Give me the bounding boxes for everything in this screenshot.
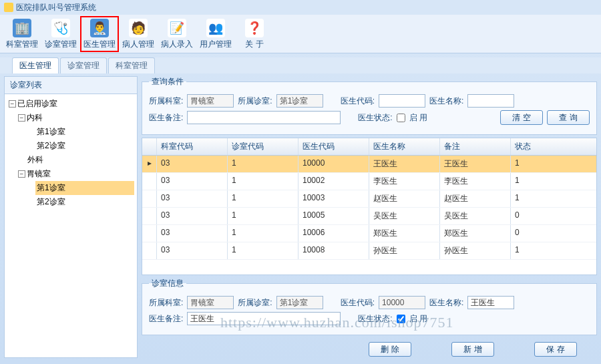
grid-col-header[interactable]: 医生名称	[369, 138, 440, 155]
info-dept-label: 所属科室:	[149, 297, 183, 309]
grid-cell: 赵医生	[369, 190, 440, 207]
tree-leaf[interactable]: 第2诊室	[35, 195, 134, 209]
grid-cell: 1	[228, 225, 298, 242]
tree-leaf[interactable]: 第1诊室	[35, 125, 134, 139]
toolbar-label: 病人录入	[161, 39, 193, 50]
grid-cell: 03	[157, 190, 228, 207]
grid-cell	[142, 242, 157, 259]
grid-cell: 03	[157, 156, 228, 172]
info-panel: 诊室信息 所属科室: 所属诊室: 医生代码: 医生名称: 医生备注: 医生状态:…	[142, 278, 597, 335]
info-name-input[interactable]	[467, 296, 514, 309]
grid-cell: 10005	[298, 208, 369, 224]
grid-body: ▸03110000王医生王医生103110002李医生李医生103110003赵…	[142, 156, 596, 275]
delete-button[interactable]: 删 除	[369, 342, 411, 357]
grid-cell: 1	[511, 242, 578, 259]
grid-cell: 王医生	[440, 156, 511, 172]
save-button[interactable]: 保 存	[534, 342, 577, 357]
query-room-input[interactable]	[276, 94, 323, 108]
query-remark-input[interactable]	[187, 111, 341, 124]
expand-icon[interactable]: −	[18, 114, 25, 122]
grid-cell: 郑医生	[440, 225, 511, 242]
grid-cell: 孙医生	[369, 242, 440, 259]
info-remark-input[interactable]	[187, 312, 341, 325]
grid-cell	[142, 208, 157, 224]
table-row[interactable]: 03110008孙医生孙医生1	[142, 242, 596, 260]
dept-label: 所属科室:	[149, 96, 183, 107]
table-row[interactable]: 03110003赵医生赵医生1	[142, 190, 596, 208]
tree-node-internal[interactable]: −内科	[17, 111, 134, 125]
query-dept-input[interactable]	[187, 94, 234, 108]
left-panel-title: 诊室列表	[5, 77, 137, 94]
tree-root[interactable]: −已启用诊室	[7, 97, 134, 111]
grid-cell: 孙医生	[440, 242, 511, 259]
tab-医生管理[interactable]: 医生管理	[12, 57, 59, 73]
query-legend: 查询条件	[149, 76, 186, 87]
query-name-input[interactable]	[467, 94, 514, 108]
sub-tabs: 医生管理诊室管理科室管理	[0, 57, 601, 73]
toolbar-label: 医生管理	[83, 39, 116, 50]
grid-header: 科室代码诊室代码医生代码医生名称备注状态	[142, 138, 596, 156]
grid-cell: 03	[157, 225, 228, 242]
grid-col-header[interactable]: 医生代码	[298, 138, 369, 155]
titlebar: 医院排队叫号管理系统	[0, 0, 601, 15]
toolbar-科室管理[interactable]: 🏢科室管理	[3, 16, 41, 52]
grid-cell: 03	[157, 208, 228, 224]
toolbar-病人管理[interactable]: 🧑病人管理	[119, 16, 158, 52]
grid-cell: 李医生	[440, 173, 511, 190]
grid-col-header[interactable]: 状态	[511, 138, 578, 155]
table-row[interactable]: 03110005吴医生吴医生0	[142, 208, 596, 225]
grid-cell: 1	[511, 173, 578, 190]
grid-col-header[interactable]: 科室代码	[157, 138, 228, 155]
query-status-checkbox[interactable]	[397, 114, 405, 122]
expand-icon[interactable]: −	[18, 170, 25, 178]
clear-button[interactable]: 清 空	[500, 110, 543, 125]
tree-label: 第2诊室	[37, 141, 65, 150]
main-toolbar: 🏢科室管理🩺诊室管理👨‍⚕️医生管理🧑病人管理📝病人录入👥用户管理❓关 于	[0, 15, 601, 53]
toolbar-诊室管理[interactable]: 🩺诊室管理	[41, 16, 80, 52]
app-icon	[4, 3, 13, 12]
tree-leaf[interactable]: 外科	[26, 153, 134, 167]
grid-col-header[interactable]: 诊室代码	[228, 138, 298, 155]
toolbar-用户管理[interactable]: 👥用户管理	[196, 16, 235, 52]
grid-cell: 1	[228, 173, 298, 190]
grid-cell: 1	[228, 242, 298, 259]
grid-cell	[142, 173, 157, 190]
content: 诊室列表 −已启用诊室 −内科 第1诊室 第2诊室 外科 −胃镜室 第1诊室 第…	[0, 73, 601, 361]
grid-col-header[interactable]: 备注	[440, 138, 511, 155]
table-row[interactable]: 03110006郑医生郑医生0	[142, 225, 596, 242]
tree-label: 胃镜室	[27, 169, 51, 178]
query-code-input[interactable]	[379, 94, 425, 108]
info-remark-label: 医生备注:	[149, 313, 183, 325]
grid-cell: 1	[228, 190, 298, 207]
table-row[interactable]: ▸03110000王医生王医生1	[142, 156, 596, 173]
tree-leaf-selected[interactable]: 第1诊室	[35, 181, 134, 195]
tree-leaf[interactable]: 第2诊室	[35, 139, 134, 153]
toolbar-病人录入[interactable]: 📝病人录入	[158, 16, 196, 52]
info-status-checkbox[interactable]	[397, 315, 405, 323]
grid-cell: 10002	[298, 173, 369, 190]
grid-cell: 1	[511, 156, 578, 172]
info-dept-input[interactable]	[187, 296, 234, 309]
query-panel: 查询条件 所属科室: 所属诊室: 医生代码: 医生名称: 医生备注: 医生状态:…	[142, 76, 597, 135]
grid-cell: 03	[157, 242, 228, 259]
tree-node-gastro[interactable]: −胃镜室	[17, 167, 134, 181]
grid-cell: 王医生	[369, 156, 440, 172]
toolbar-医生管理[interactable]: 👨‍⚕️医生管理	[80, 16, 119, 52]
grid-cell: 郑医生	[369, 225, 440, 242]
toolbar-label: 用户管理	[200, 39, 232, 50]
grid-cell: 0	[511, 225, 578, 242]
info-room-input[interactable]	[276, 296, 323, 309]
tab-诊室管理[interactable]: 诊室管理	[60, 57, 107, 73]
table-row[interactable]: 03110002李医生李医生1	[142, 173, 596, 190]
info-code-input[interactable]	[379, 296, 425, 309]
info-room-label: 所属诊室:	[238, 297, 272, 309]
info-status-cb-label: 启 用	[409, 313, 427, 325]
expand-icon[interactable]: −	[9, 100, 16, 108]
tab-科室管理[interactable]: 科室管理	[108, 57, 155, 73]
add-button[interactable]: 新 增	[451, 342, 494, 357]
grid-cell: 吴医生	[440, 208, 511, 224]
grid-col-header[interactable]	[142, 138, 157, 155]
search-button[interactable]: 查 询	[547, 110, 590, 125]
toolbar-icon: 👥	[206, 19, 225, 37]
toolbar-关 于[interactable]: ❓关 于	[235, 16, 274, 52]
